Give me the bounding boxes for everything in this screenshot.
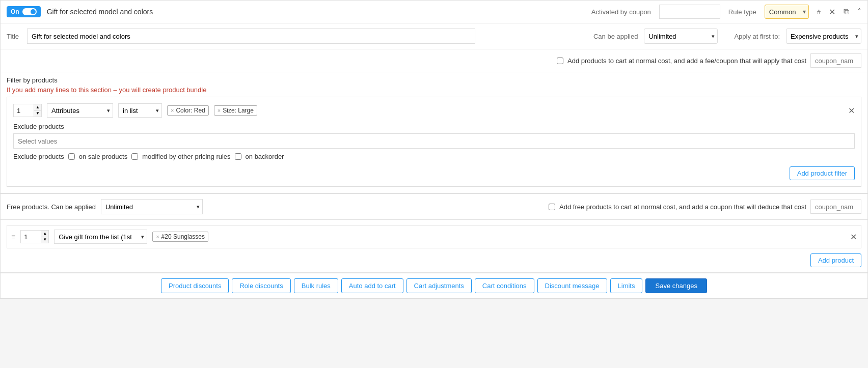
free-normal-cost-checkbox[interactable] [549, 204, 555, 210]
hash-symbol: # [817, 8, 821, 16]
toggle-label: On [11, 8, 19, 15]
rule-type-label: Rule type [728, 8, 756, 16]
tab-limits[interactable]: Limits [610, 278, 643, 293]
number-up-arrow[interactable]: ▲ [34, 104, 41, 111]
modified-label: modified by other pricing rules [142, 153, 230, 160]
bottom-tab-bar: Product discounts Role discounts Bulk ru… [1, 273, 867, 298]
exclude-select-input[interactable] [13, 133, 855, 149]
normal-cost-label: Add products to cart at normal cost, and… [567, 57, 806, 65]
free-coupon-input[interactable] [810, 200, 861, 214]
gift-number-up[interactable]: ▲ [41, 231, 48, 237]
apply-first-select[interactable]: Expensive productsCheap products [786, 29, 861, 44]
toggle-slider [22, 8, 37, 15]
activated-label: Activated by coupon [591, 8, 651, 16]
normal-cost-checkbox[interactable] [557, 58, 563, 64]
save-changes-button[interactable]: Save changes [645, 278, 707, 293]
tag-color-red[interactable]: × Color: Red [167, 105, 209, 116]
tag-sunglasses-x[interactable]: × [156, 234, 159, 240]
bundle-warning: If you add many lines to this section – … [7, 86, 861, 94]
title-label: Title [7, 33, 19, 40]
copy-icon[interactable]: ⧉ [844, 7, 849, 16]
gift-number: 1 [21, 231, 41, 243]
condition-select[interactable]: in listnot in listequals [118, 103, 162, 118]
tag-label: Color: Red [176, 107, 205, 114]
filter-row-close-button[interactable]: ✕ [848, 106, 855, 116]
add-product-button[interactable]: Add product [810, 253, 861, 267]
filter-number: 1 [14, 104, 34, 117]
free-products-label: Free products. Can be applied [7, 203, 96, 211]
tab-role-discounts[interactable]: Role discounts [232, 278, 290, 293]
add-product-filter-button[interactable]: Add product filter [790, 166, 855, 180]
gift-type-select[interactable]: Give gift from the list (1st Give gift f… [54, 230, 147, 244]
number-down-arrow[interactable]: ▼ [34, 111, 41, 117]
tab-cart-adjustments[interactable]: Cart adjustments [406, 278, 472, 293]
gift-number-down[interactable]: ▼ [41, 237, 48, 243]
tag-size-large[interactable]: × Size: Large [214, 105, 257, 116]
can-be-label: Can be applied [593, 33, 638, 40]
rule-type-select[interactable]: Common Coupon [765, 5, 809, 19]
on-sale-label: on sale products [79, 153, 127, 160]
tag-x[interactable]: × [171, 107, 174, 114]
title-input[interactable] [27, 29, 475, 44]
toggle-button[interactable]: On [7, 6, 41, 17]
tab-cart-conditions[interactable]: Cart conditions [475, 278, 534, 293]
tag-x-2[interactable]: × [218, 107, 221, 114]
tag-sunglasses[interactable]: × #20 Sunglasses [152, 232, 208, 242]
can-be-select[interactable]: UnlimitedOnceOnce per customer [644, 29, 718, 44]
coupon-name-input[interactable] [810, 53, 861, 68]
activated-coupon-input[interactable] [659, 5, 720, 19]
tab-auto-add-to-cart[interactable]: Auto add to cart [341, 278, 403, 293]
modified-checkbox[interactable] [131, 153, 138, 160]
backorder-label: on backorder [246, 153, 284, 160]
backorder-checkbox[interactable] [235, 153, 241, 160]
tab-product-discounts[interactable]: Product discounts [161, 278, 229, 293]
drag-handle[interactable]: ≡ [11, 233, 15, 241]
tag-sunglasses-label: #20 Sunglasses [161, 233, 205, 240]
exclude-products-label: Exclude products [13, 123, 855, 130]
filter-by-products-label: Filter by products [7, 76, 861, 84]
rule-title: Gift for selected model and colors [47, 8, 585, 16]
chevron-up-icon[interactable]: ˄ [857, 7, 861, 17]
tab-bulk-rules[interactable]: Bulk rules [294, 278, 338, 293]
tag-label-2: Size: Large [223, 107, 254, 114]
gift-row-close-button[interactable]: ✕ [850, 232, 857, 242]
attribute-select[interactable]: AttributesCategoryProductBrand [47, 103, 113, 118]
on-sale-checkbox[interactable] [68, 153, 75, 160]
close-icon[interactable]: ✕ [829, 7, 835, 17]
free-coupon-label: Add free products to cart at normal cost… [559, 203, 806, 211]
apply-label: Apply at first to: [734, 33, 780, 40]
free-products-select[interactable]: UnlimitedOnceOnce per customer [101, 199, 203, 214]
tab-discount-message[interactable]: Discount message [537, 278, 607, 293]
exclude-prefix: Exclude products [13, 153, 64, 160]
